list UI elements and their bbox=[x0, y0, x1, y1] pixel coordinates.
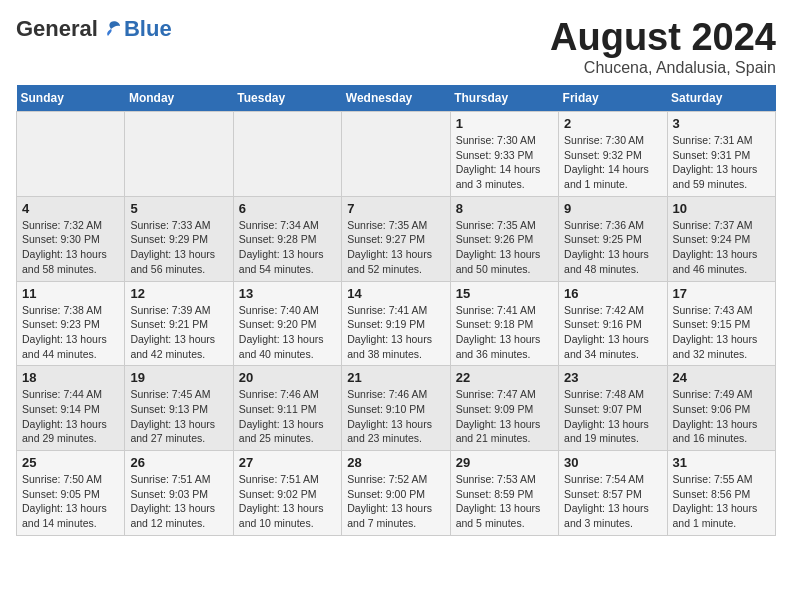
day-number: 18 bbox=[22, 370, 119, 385]
day-info: Sunrise: 7:46 AM Sunset: 9:11 PM Dayligh… bbox=[239, 387, 336, 446]
calendar-cell: 6Sunrise: 7:34 AM Sunset: 9:28 PM Daylig… bbox=[233, 196, 341, 281]
calendar-cell: 11Sunrise: 7:38 AM Sunset: 9:23 PM Dayli… bbox=[17, 281, 125, 366]
calendar-cell: 4Sunrise: 7:32 AM Sunset: 9:30 PM Daylig… bbox=[17, 196, 125, 281]
day-number: 19 bbox=[130, 370, 227, 385]
day-number: 17 bbox=[673, 286, 770, 301]
day-number: 25 bbox=[22, 455, 119, 470]
calendar-cell: 13Sunrise: 7:40 AM Sunset: 9:20 PM Dayli… bbox=[233, 281, 341, 366]
day-info: Sunrise: 7:48 AM Sunset: 9:07 PM Dayligh… bbox=[564, 387, 661, 446]
day-number: 15 bbox=[456, 286, 553, 301]
calendar-week-row: 25Sunrise: 7:50 AM Sunset: 9:05 PM Dayli… bbox=[17, 451, 776, 536]
day-info: Sunrise: 7:47 AM Sunset: 9:09 PM Dayligh… bbox=[456, 387, 553, 446]
day-info: Sunrise: 7:55 AM Sunset: 8:56 PM Dayligh… bbox=[673, 472, 770, 531]
day-info: Sunrise: 7:35 AM Sunset: 9:26 PM Dayligh… bbox=[456, 218, 553, 277]
weekday-header-wednesday: Wednesday bbox=[342, 85, 450, 112]
day-number: 2 bbox=[564, 116, 661, 131]
day-info: Sunrise: 7:54 AM Sunset: 8:57 PM Dayligh… bbox=[564, 472, 661, 531]
day-info: Sunrise: 7:38 AM Sunset: 9:23 PM Dayligh… bbox=[22, 303, 119, 362]
location-subtitle: Chucena, Andalusia, Spain bbox=[550, 59, 776, 77]
day-info: Sunrise: 7:30 AM Sunset: 9:32 PM Dayligh… bbox=[564, 133, 661, 192]
day-number: 9 bbox=[564, 201, 661, 216]
day-number: 16 bbox=[564, 286, 661, 301]
calendar-cell: 16Sunrise: 7:42 AM Sunset: 9:16 PM Dayli… bbox=[559, 281, 667, 366]
calendar-cell: 18Sunrise: 7:44 AM Sunset: 9:14 PM Dayli… bbox=[17, 366, 125, 451]
calendar-cell: 9Sunrise: 7:36 AM Sunset: 9:25 PM Daylig… bbox=[559, 196, 667, 281]
logo-blue-text: Blue bbox=[124, 16, 172, 42]
calendar-cell: 23Sunrise: 7:48 AM Sunset: 9:07 PM Dayli… bbox=[559, 366, 667, 451]
calendar-cell: 21Sunrise: 7:46 AM Sunset: 9:10 PM Dayli… bbox=[342, 366, 450, 451]
day-number: 13 bbox=[239, 286, 336, 301]
weekday-header-row: SundayMondayTuesdayWednesdayThursdayFrid… bbox=[17, 85, 776, 112]
day-number: 21 bbox=[347, 370, 444, 385]
day-info: Sunrise: 7:40 AM Sunset: 9:20 PM Dayligh… bbox=[239, 303, 336, 362]
weekday-header-friday: Friday bbox=[559, 85, 667, 112]
calendar-cell: 29Sunrise: 7:53 AM Sunset: 8:59 PM Dayli… bbox=[450, 451, 558, 536]
calendar-cell: 5Sunrise: 7:33 AM Sunset: 9:29 PM Daylig… bbox=[125, 196, 233, 281]
day-number: 27 bbox=[239, 455, 336, 470]
day-number: 11 bbox=[22, 286, 119, 301]
day-number: 31 bbox=[673, 455, 770, 470]
day-info: Sunrise: 7:43 AM Sunset: 9:15 PM Dayligh… bbox=[673, 303, 770, 362]
calendar-cell: 20Sunrise: 7:46 AM Sunset: 9:11 PM Dayli… bbox=[233, 366, 341, 451]
day-info: Sunrise: 7:35 AM Sunset: 9:27 PM Dayligh… bbox=[347, 218, 444, 277]
day-number: 24 bbox=[673, 370, 770, 385]
day-info: Sunrise: 7:53 AM Sunset: 8:59 PM Dayligh… bbox=[456, 472, 553, 531]
calendar-cell: 30Sunrise: 7:54 AM Sunset: 8:57 PM Dayli… bbox=[559, 451, 667, 536]
calendar-cell bbox=[342, 112, 450, 197]
title-area: August 2024 Chucena, Andalusia, Spain bbox=[550, 16, 776, 77]
day-info: Sunrise: 7:41 AM Sunset: 9:18 PM Dayligh… bbox=[456, 303, 553, 362]
day-number: 23 bbox=[564, 370, 661, 385]
day-info: Sunrise: 7:52 AM Sunset: 9:00 PM Dayligh… bbox=[347, 472, 444, 531]
day-number: 8 bbox=[456, 201, 553, 216]
calendar-cell: 31Sunrise: 7:55 AM Sunset: 8:56 PM Dayli… bbox=[667, 451, 775, 536]
day-info: Sunrise: 7:44 AM Sunset: 9:14 PM Dayligh… bbox=[22, 387, 119, 446]
calendar-cell: 22Sunrise: 7:47 AM Sunset: 9:09 PM Dayli… bbox=[450, 366, 558, 451]
day-number: 28 bbox=[347, 455, 444, 470]
day-info: Sunrise: 7:45 AM Sunset: 9:13 PM Dayligh… bbox=[130, 387, 227, 446]
calendar-cell bbox=[233, 112, 341, 197]
calendar-week-row: 18Sunrise: 7:44 AM Sunset: 9:14 PM Dayli… bbox=[17, 366, 776, 451]
calendar-cell bbox=[125, 112, 233, 197]
day-info: Sunrise: 7:46 AM Sunset: 9:10 PM Dayligh… bbox=[347, 387, 444, 446]
calendar-cell: 1Sunrise: 7:30 AM Sunset: 9:33 PM Daylig… bbox=[450, 112, 558, 197]
day-number: 6 bbox=[239, 201, 336, 216]
calendar-cell: 12Sunrise: 7:39 AM Sunset: 9:21 PM Dayli… bbox=[125, 281, 233, 366]
day-info: Sunrise: 7:36 AM Sunset: 9:25 PM Dayligh… bbox=[564, 218, 661, 277]
day-info: Sunrise: 7:42 AM Sunset: 9:16 PM Dayligh… bbox=[564, 303, 661, 362]
calendar-cell: 8Sunrise: 7:35 AM Sunset: 9:26 PM Daylig… bbox=[450, 196, 558, 281]
day-number: 3 bbox=[673, 116, 770, 131]
day-number: 5 bbox=[130, 201, 227, 216]
day-number: 1 bbox=[456, 116, 553, 131]
day-info: Sunrise: 7:41 AM Sunset: 9:19 PM Dayligh… bbox=[347, 303, 444, 362]
day-info: Sunrise: 7:33 AM Sunset: 9:29 PM Dayligh… bbox=[130, 218, 227, 277]
calendar-cell: 25Sunrise: 7:50 AM Sunset: 9:05 PM Dayli… bbox=[17, 451, 125, 536]
calendar-cell: 19Sunrise: 7:45 AM Sunset: 9:13 PM Dayli… bbox=[125, 366, 233, 451]
header: General Blue August 2024 Chucena, Andalu… bbox=[16, 16, 776, 77]
day-number: 10 bbox=[673, 201, 770, 216]
day-number: 26 bbox=[130, 455, 227, 470]
day-info: Sunrise: 7:32 AM Sunset: 9:30 PM Dayligh… bbox=[22, 218, 119, 277]
calendar-cell: 24Sunrise: 7:49 AM Sunset: 9:06 PM Dayli… bbox=[667, 366, 775, 451]
day-number: 4 bbox=[22, 201, 119, 216]
calendar-cell: 7Sunrise: 7:35 AM Sunset: 9:27 PM Daylig… bbox=[342, 196, 450, 281]
day-number: 7 bbox=[347, 201, 444, 216]
weekday-header-monday: Monday bbox=[125, 85, 233, 112]
calendar-week-row: 4Sunrise: 7:32 AM Sunset: 9:30 PM Daylig… bbox=[17, 196, 776, 281]
calendar-cell: 15Sunrise: 7:41 AM Sunset: 9:18 PM Dayli… bbox=[450, 281, 558, 366]
weekday-header-thursday: Thursday bbox=[450, 85, 558, 112]
day-info: Sunrise: 7:30 AM Sunset: 9:33 PM Dayligh… bbox=[456, 133, 553, 192]
calendar-cell: 3Sunrise: 7:31 AM Sunset: 9:31 PM Daylig… bbox=[667, 112, 775, 197]
weekday-header-tuesday: Tuesday bbox=[233, 85, 341, 112]
logo-general-text: General bbox=[16, 16, 98, 42]
weekday-header-sunday: Sunday bbox=[17, 85, 125, 112]
day-info: Sunrise: 7:51 AM Sunset: 9:03 PM Dayligh… bbox=[130, 472, 227, 531]
day-info: Sunrise: 7:39 AM Sunset: 9:21 PM Dayligh… bbox=[130, 303, 227, 362]
weekday-header-saturday: Saturday bbox=[667, 85, 775, 112]
day-number: 30 bbox=[564, 455, 661, 470]
calendar-cell bbox=[17, 112, 125, 197]
calendar-cell: 2Sunrise: 7:30 AM Sunset: 9:32 PM Daylig… bbox=[559, 112, 667, 197]
day-info: Sunrise: 7:51 AM Sunset: 9:02 PM Dayligh… bbox=[239, 472, 336, 531]
logo: General Blue bbox=[16, 16, 172, 42]
calendar-cell: 28Sunrise: 7:52 AM Sunset: 9:00 PM Dayli… bbox=[342, 451, 450, 536]
day-number: 22 bbox=[456, 370, 553, 385]
